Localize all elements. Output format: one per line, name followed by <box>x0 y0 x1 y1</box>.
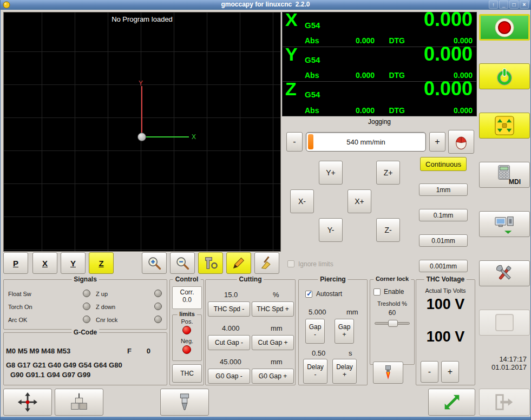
touch-off-button[interactable] <box>3 389 52 416</box>
corner-lock-frame: Corner lock Enable Treshold % 60 <box>370 279 415 365</box>
corr-label: Corr. <box>173 288 201 296</box>
auto-mode-button[interactable] <box>479 211 530 237</box>
jog-increment-0001mm-button[interactable]: 0.001mm <box>419 260 468 272</box>
tool-dimensions-button[interactable] <box>198 252 223 274</box>
fullscreen-button[interactable] <box>428 389 475 416</box>
mouse-icon <box>452 133 470 151</box>
jog-increment-1mm-button[interactable]: 1mm <box>419 183 468 196</box>
gap-label: Gap <box>338 324 351 331</box>
window-shade-button[interactable]: ↑ <box>489 1 498 9</box>
window-border-bottom <box>1 417 530 420</box>
pencil-icon <box>231 255 246 271</box>
dro-panel[interactable]: X G54 0.000 Abs 0.000 DTG 0.000 Y G54 0.… <box>282 12 477 116</box>
ignore-limits-checkbox[interactable] <box>287 260 294 267</box>
corner-lock-enable-checkbox[interactable] <box>373 288 381 296</box>
jog-speed-slider[interactable]: 540 mm/min <box>306 132 426 152</box>
thc-voltage-title: THC Voltage <box>424 275 467 283</box>
delay-plus-sign: + <box>343 371 346 379</box>
zoom-out-button[interactable] <box>170 252 195 274</box>
program-status-text: No Program loaded <box>4 15 280 23</box>
correction-display: Corr. 0.0 <box>172 286 202 309</box>
back-button[interactable] <box>479 389 530 416</box>
thc-speed-minus-button[interactable]: THC Spd - <box>208 301 250 317</box>
z-up-led <box>154 290 162 297</box>
volts-minus-button[interactable]: - <box>421 361 438 383</box>
tool-measure-button[interactable] <box>55 389 103 416</box>
torch-button[interactable] <box>373 362 403 384</box>
dtg-value: 0.000 <box>454 106 473 115</box>
jog-speed-minus-button[interactable]: - <box>286 132 303 152</box>
autostart-checkbox[interactable] <box>305 291 312 298</box>
ignore-limits-label: Ignore limits <box>298 260 333 268</box>
pierce-gap-minus-button[interactable]: Gap - <box>305 319 325 344</box>
coord-system: G54 <box>305 55 320 64</box>
neg-limit-led <box>182 345 191 354</box>
jog-mode-continuous-button[interactable]: Continuous <box>420 157 467 171</box>
abs-value: 0.000 <box>356 36 375 45</box>
jog-z-minus-button[interactable]: Z- <box>376 218 400 242</box>
pierce-delay-plus-button[interactable]: Delay + <box>332 359 357 384</box>
spindle-tool-button[interactable] <box>160 389 209 416</box>
jog-speed-popup-button[interactable] <box>448 130 474 154</box>
g0-gap-plus-button[interactable]: G0 Gap + <box>252 369 294 384</box>
cut-gap-value: 4.000 <box>222 324 240 332</box>
volts-plus-button[interactable]: + <box>441 361 459 383</box>
view-perspective-button[interactable]: P <box>3 252 28 274</box>
estop-button[interactable] <box>479 14 530 41</box>
jog-y-plus-button[interactable]: Y+ <box>319 161 343 185</box>
thc-button[interactable]: THC <box>172 364 202 383</box>
jog-increment-001mm-button[interactable]: 0.01mm <box>419 234 468 247</box>
coord-system: G54 <box>305 21 320 30</box>
machine-on-button[interactable] <box>479 63 530 89</box>
view-y-button[interactable]: Y <box>61 252 86 274</box>
mdi-mode-button[interactable]: MDI <box>479 162 530 188</box>
z-down-label: Z down <box>96 304 115 310</box>
jog-x-plus-button[interactable]: X+ <box>348 189 371 213</box>
jog-x-minus-button[interactable]: X- <box>290 189 314 213</box>
jogging-panel: Jogging - 540 mm/min + Continuous Y+ Z+ … <box>282 118 477 277</box>
active-gcodes-line2: G90 G91.1 G94 G97 G99 <box>10 371 90 379</box>
dro-axis-x[interactable]: X G54 0.000 Abs 0.000 DTG 0.000 <box>283 12 476 47</box>
cut-gap-minus-button[interactable]: Cut Gap - <box>208 335 250 350</box>
g0-gap-minus-button[interactable]: G0 Gap - <box>208 369 250 384</box>
setup-page-button[interactable] <box>479 310 530 336</box>
zoom-in-button[interactable] <box>142 252 167 274</box>
window-minimize-button[interactable]: _ <box>499 1 508 9</box>
manual-mode-button[interactable] <box>479 113 530 139</box>
view-z-button[interactable]: Z <box>89 252 114 274</box>
abs-label: Abs <box>305 36 319 45</box>
pierce-gap-plus-button[interactable]: Gap + <box>335 319 354 344</box>
pierce-delay-minus-button[interactable]: Delay - <box>303 359 327 384</box>
touch-plate-icon <box>69 392 89 412</box>
window-close-button[interactable]: × <box>520 1 529 9</box>
jog-increment-01mm-button[interactable]: 0.1mm <box>419 209 468 221</box>
jog-keypad-icon <box>494 115 515 136</box>
active-mcodes: M0 M5 M9 M48 M53 <box>6 347 70 355</box>
threshold-slider[interactable] <box>375 322 410 325</box>
jog-z-plus-button[interactable]: Z+ <box>376 161 400 185</box>
gremlin-preview[interactable]: No Program loaded Y X <box>3 12 281 252</box>
window-maximize-button[interactable]: □ <box>509 1 519 9</box>
view-x-button[interactable]: X <box>32 252 57 274</box>
cut-gap-plus-button[interactable]: Cut Gap + <box>252 335 294 350</box>
expand-arrows-icon <box>442 392 462 412</box>
settings-button[interactable] <box>479 260 530 286</box>
jog-speed-plus-button[interactable]: + <box>429 132 445 152</box>
dro-axis-y[interactable]: Y G54 0.000 Abs 0.000 DTG 0.000 <box>283 47 476 82</box>
thc-speed-plus-button[interactable]: THC Spd + <box>252 301 294 317</box>
clock-time: 14:17:17 <box>479 355 527 363</box>
limits-title: limits <box>177 311 197 317</box>
clear-plot-button[interactable] <box>254 252 279 274</box>
jog-y-minus-button[interactable]: Y- <box>319 218 343 242</box>
control-title: Control <box>173 275 201 283</box>
edit-program-button[interactable] <box>226 252 251 274</box>
power-icon <box>494 66 515 87</box>
active-gcodes-line1: G8 G17 G21 G40 G49 G54 G64 G80 <box>6 361 122 369</box>
thc-speed-unit: % <box>273 291 279 299</box>
x-axis-line <box>142 136 189 137</box>
dro-axis-z[interactable]: Z G54 0.000 Abs 0.000 DTG 0.000 <box>283 82 476 116</box>
threshold-slider-thumb[interactable] <box>388 320 398 327</box>
gmoccapy-window: { "titlebar": { "title": "gmoccapy for l… <box>0 0 531 420</box>
delay-label: Delay <box>307 364 324 371</box>
axes-cross-icon <box>17 392 38 412</box>
